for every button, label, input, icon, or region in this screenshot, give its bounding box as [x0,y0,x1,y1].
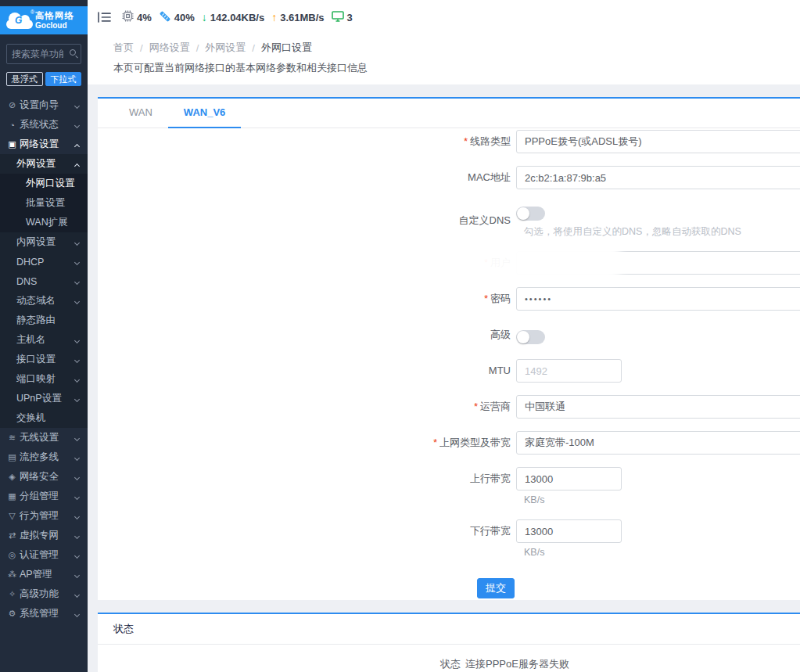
field-label-text: 上网类型及带宽 [439,437,511,448]
toggle-knob [517,331,529,343]
sidebar-item-label: 接口设置 [16,353,56,366]
system-status-icon: ◔ [6,120,18,130]
sidebar-item[interactable]: 内网设置 [0,232,88,252]
chevron-up-icon [74,164,80,169]
form-row: 上行带宽KB/s [98,467,800,507]
field-label: 自定义DNS [98,209,516,232]
required-asterisk: * [474,401,478,412]
sidebar-item[interactable]: DHCP [0,252,88,271]
sidebar-item[interactable]: ◈网络安全 [0,467,88,487]
sidebar-item[interactable]: ⚙系统管理 [0,604,88,623]
security-icon: ◈ [6,472,18,482]
download-bandwidth-input[interactable] [516,519,622,543]
submit-button[interactable]: 提交 [477,578,515,598]
breadcrumb-separator: / [252,42,255,54]
upload-arrow-icon: ↑ [271,11,277,23]
sidebar-item-label: 虚拟专网 [20,529,59,542]
sidebar-item[interactable]: 端口映射 [0,369,88,389]
sidebar-item[interactable]: ▦分组管理 [0,487,88,506]
chevron-down-icon [74,573,80,578]
form-row: *运营商 [98,395,800,419]
sidebar-item-label: 交换机 [16,411,46,425]
sidebar-item[interactable]: 静态路由 [0,311,88,330]
sidebar-item-label: 批量设置 [26,196,65,210]
chevron-down-icon [74,455,80,461]
sidebar-item-label: 高级功能 [20,588,59,601]
tab-wan[interactable]: WAN [113,99,168,128]
chevron-down-icon [74,240,80,246]
chevron-down-icon [74,279,80,285]
status-card: 状态 状态 连接PPPoE服务器失败 刷新 [98,613,800,672]
chevron-down-icon [74,358,80,363]
chevron-down-icon [74,494,80,500]
required-asterisk: * [464,135,468,147]
sidebar-item[interactable]: 交换机 [0,408,88,428]
menu-mode-button[interactable]: 下拉式 [45,72,82,86]
sidebar-item[interactable]: DNS [0,271,88,291]
chevron-down-icon [74,103,80,109]
sidebar-item-label: 系统状态 [20,118,59,131]
isp-input[interactable] [516,395,800,419]
mac-address-input[interactable] [516,166,800,189]
sidebar-item[interactable]: 批量设置 [0,193,88,213]
mtu-input[interactable] [516,359,622,383]
form-row: 高级 [98,323,800,347]
field-label-text: MAC地址 [468,171,511,183]
sidebar-item-label: 端口映射 [16,372,56,386]
sidebar-item-label: 流控多线 [20,451,59,464]
stat-value: 3 [347,12,353,23]
page-header: 首页/网络设置/外网设置/外网口设置 本页可配置当前网络接口的基本网络参数和相关… [88,34,800,84]
sidebar-item[interactable]: WAN扩展 [0,213,88,232]
chevron-down-icon [74,377,80,383]
breadcrumb-item[interactable]: 外网设置 [205,41,246,55]
stat-upload-arrow: ↑3.61MB/s [271,11,324,23]
sidebar-item[interactable]: UPnP设置 [0,389,88,408]
sidebar-item[interactable]: 外网设置 [0,154,88,174]
sidebar-item[interactable]: ✧高级功能 [0,584,88,604]
sidebar-item[interactable]: ▽行为管理 [0,506,88,526]
custom-dns-toggle[interactable] [516,207,545,221]
chevron-down-icon [74,123,80,128]
plan-bandwidth-input[interactable] [516,431,800,455]
password-input[interactable] [516,287,800,311]
menu-mode-button[interactable]: 悬浮式 [6,72,43,86]
sidebar-item[interactable]: ⇄虚拟专网 [0,526,88,545]
sidebar-item-label: WAN扩展 [26,216,68,229]
collapse-sidebar-icon[interactable] [98,12,111,23]
field-unit: KB/s [516,546,622,559]
breadcrumb-item[interactable]: 首页 [113,41,134,55]
field-hint: 勾选，将使用自定义的DNS，忽略自动获取的DNS [516,225,741,239]
upload-bandwidth-input[interactable] [516,467,622,491]
sidebar-item[interactable]: 主机名 [0,330,88,350]
auth-management-icon: ◎ [6,550,18,560]
breadcrumb-item: 外网口设置 [261,41,312,55]
sidebar-item[interactable]: 动态域名 [0,291,88,311]
form-row: *线路类型 [98,130,800,153]
sidebar-item[interactable]: ▤流控多线 [0,447,88,467]
sidebar-item[interactable]: 外网口设置 [0,174,88,193]
sidebar-item[interactable]: ≋无线设置 [0,428,88,447]
sidebar-item[interactable]: ▣网络设置 [0,135,88,154]
field-label-text: 上行带宽 [470,473,511,484]
line-type-input[interactable] [516,130,800,153]
sidebar-item-label: UPnP设置 [16,392,62,405]
sidebar: G® 高恪网络 Gocloud 悬浮式下拉式 ⊘设置向导◔系统状态▣网络设置外网… [0,0,88,672]
search-icon [70,49,76,56]
sidebar-item[interactable]: ⁂AP管理 [0,565,88,584]
tab-wan_v6[interactable]: WAN_V6 [168,99,241,128]
wan-form: *线路类型MAC地址自定义DNS勾选，将使用自定义的DNS，忽略自动获取的DNS… [98,128,800,578]
sidebar-item[interactable]: ◔系统状态 [0,115,88,135]
ap-management-icon: ⁂ [6,570,18,580]
sidebar-item-label: 外网口设置 [26,177,75,190]
sidebar-item[interactable]: ◎认证管理 [0,545,88,565]
advanced-toggle[interactable] [516,330,545,344]
sidebar-item[interactable]: ⊘设置向导 [0,95,88,115]
field-label-text: 运营商 [480,401,511,412]
group-management-icon: ▦ [6,491,18,501]
field-label: MAC地址 [98,166,516,189]
stat-value: 142.04KB/s [210,12,264,23]
sidebar-item[interactable]: 接口设置 [0,350,88,369]
network-settings-icon: ▣ [6,139,18,149]
chevron-down-icon [74,338,80,343]
breadcrumb-item[interactable]: 网络设置 [149,41,190,55]
